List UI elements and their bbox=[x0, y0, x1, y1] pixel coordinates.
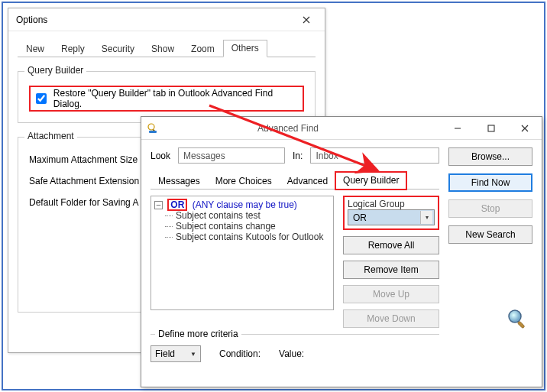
in-field[interactable]: Inbox bbox=[310, 147, 439, 164]
advanced-find-titlebar: Advanced Find bbox=[141, 117, 542, 140]
tab-others[interactable]: Others bbox=[223, 40, 267, 57]
tab-reply[interactable]: Reply bbox=[53, 40, 93, 57]
browse-button[interactable]: Browse... bbox=[448, 147, 532, 166]
close-icon bbox=[303, 16, 310, 24]
logical-group-combo[interactable]: OR ▾ bbox=[348, 209, 435, 225]
af-tab-advanced[interactable]: Advanced bbox=[280, 173, 335, 190]
find-now-button[interactable]: Find Now bbox=[448, 173, 532, 192]
stop-button[interactable]: Stop bbox=[448, 199, 532, 218]
restore-qb-checkbox[interactable] bbox=[36, 93, 47, 104]
tab-zoom[interactable]: Zoom bbox=[183, 40, 223, 57]
close-button[interactable] bbox=[508, 117, 542, 139]
af-tab-messages[interactable]: Messages bbox=[151, 173, 208, 190]
value-label: Value: bbox=[279, 348, 304, 359]
query-builder-groupbox: Query Builder Restore "Query Builder" ta… bbox=[18, 71, 316, 123]
remove-item-button[interactable]: Remove Item bbox=[343, 261, 439, 279]
tree-clause: Subject contains test bbox=[168, 210, 330, 221]
svg-rect-4 bbox=[488, 125, 494, 131]
options-close-button[interactable] bbox=[291, 9, 322, 31]
svg-rect-6 bbox=[517, 321, 525, 329]
svg-point-5 bbox=[509, 310, 521, 322]
magnifier-icon bbox=[507, 308, 528, 332]
in-label: In: bbox=[293, 151, 303, 161]
define-more-criteria-group: Define more criteria Field▼ Condition: V… bbox=[151, 334, 439, 362]
query-builder-legend: Query Builder bbox=[24, 65, 86, 76]
tree-root-hint: (ANY clause may be true) bbox=[193, 199, 297, 210]
criteria-tree[interactable]: – OR (ANY clause may be true) Subject co… bbox=[151, 196, 334, 310]
options-tabstrip: New Reply Security Show Zoom Others bbox=[18, 39, 316, 57]
af-tab-query-builder[interactable]: Query Builder bbox=[335, 172, 406, 190]
look-field[interactable]: Messages bbox=[178, 147, 285, 164]
move-down-button[interactable]: Move Down bbox=[343, 309, 439, 328]
restore-qb-row: Restore "Query Builder" tab in Outlook A… bbox=[29, 86, 304, 112]
maximize-button[interactable] bbox=[474, 117, 508, 139]
tree-clause: Subject contains Kutools for Outlook bbox=[168, 232, 330, 242]
move-up-button[interactable]: Move Up bbox=[343, 285, 439, 303]
attachment-legend: Attachment bbox=[24, 131, 77, 141]
field-button[interactable]: Field▼ bbox=[151, 345, 201, 362]
options-title: Options bbox=[16, 15, 47, 25]
af-tabstrip: Messages More Choices Advanced Query Bui… bbox=[151, 171, 439, 190]
tab-security[interactable]: Security bbox=[93, 40, 143, 57]
condition-label: Condition: bbox=[219, 348, 261, 359]
tree-clause: Subject contains change bbox=[168, 221, 330, 232]
restore-qb-label: Restore "Query Builder" tab in Outlook A… bbox=[53, 88, 300, 109]
define-legend: Define more criteria bbox=[155, 329, 241, 339]
look-label: Look bbox=[151, 151, 170, 161]
minimize-button[interactable] bbox=[441, 117, 474, 139]
tab-new[interactable]: New bbox=[18, 40, 53, 57]
tab-show[interactable]: Show bbox=[143, 40, 183, 57]
tree-root-or[interactable]: OR bbox=[168, 199, 186, 210]
remove-all-button[interactable]: Remove All bbox=[343, 236, 439, 254]
chevron-down-icon: ▾ bbox=[420, 211, 432, 224]
af-tab-more-choices[interactable]: More Choices bbox=[208, 173, 280, 190]
new-search-button[interactable]: New Search bbox=[448, 225, 532, 244]
tree-collapse-icon[interactable]: – bbox=[154, 201, 163, 209]
advanced-find-window: Advanced Find Look Messages In: Inbox Me… bbox=[141, 116, 542, 387]
advanced-find-title: Advanced Find bbox=[141, 123, 435, 134]
triangle-down-icon: ▼ bbox=[190, 351, 196, 358]
logical-group-label: Logical Group bbox=[348, 199, 435, 209]
options-titlebar: Options bbox=[8, 8, 325, 31]
